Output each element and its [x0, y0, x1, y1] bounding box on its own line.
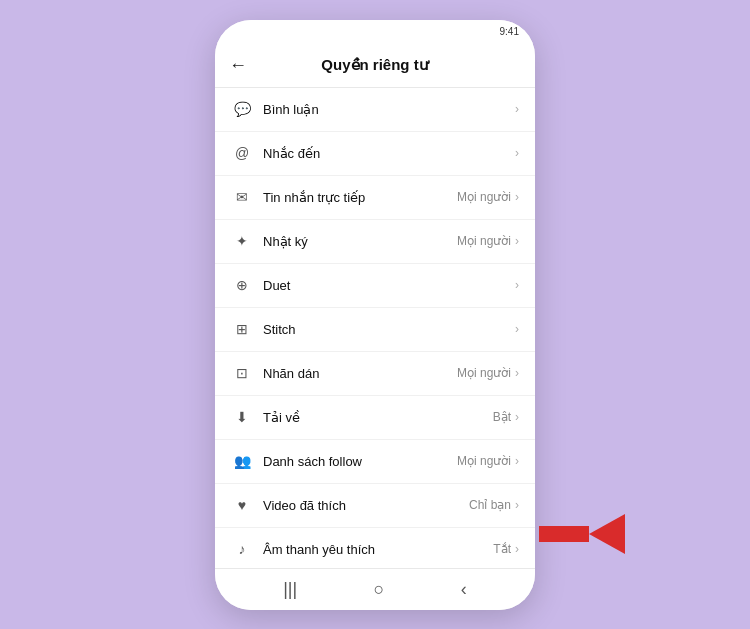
chevron-icon-nhan-dan: › [515, 366, 519, 380]
menu-label-nhan-dan: Nhãn dán [263, 366, 457, 381]
menu-item-duet[interactable]: ⊕Duet› [215, 264, 535, 308]
chevron-icon-video-da-thich: › [515, 498, 519, 512]
comment-icon: 💬 [231, 98, 253, 120]
chevron-icon-nhat-ky: › [515, 234, 519, 248]
menu-item-nhan-dan[interactable]: ⊡Nhãn dánMọi người› [215, 352, 535, 396]
menu-icon[interactable]: ||| [283, 579, 297, 600]
chevron-icon-binh-luan: › [515, 102, 519, 116]
menu-item-stitch[interactable]: ⊞Stitch› [215, 308, 535, 352]
heart-icon: ♥ [231, 494, 253, 516]
sticker-icon: ⊡ [231, 362, 253, 384]
status-bar: 9:41 [215, 20, 535, 44]
header: ← Quyền riêng tư [215, 44, 535, 88]
chevron-icon-duet: › [515, 278, 519, 292]
arrow-head [589, 514, 625, 554]
page-title: Quyền riêng tư [321, 56, 428, 74]
menu-value-tin-nhan: Mọi người [457, 190, 511, 204]
menu-label-stitch: Stitch [263, 322, 515, 337]
menu-item-video-da-thich[interactable]: ♥Video đã thíchChỉ bạn› [215, 484, 535, 528]
menu-label-tin-nhan: Tin nhắn trực tiếp [263, 190, 457, 205]
menu-label-am-thanh-yeu-thich: Âm thanh yêu thích [263, 542, 493, 557]
menu-value-video-da-thich: Chỉ bạn [469, 498, 511, 512]
menu-label-danh-sach-follow: Danh sách follow [263, 454, 457, 469]
phone: 9:41 ← Quyền riêng tư 💬Bình luận›@Nhắc đ… [215, 20, 535, 610]
diary-icon: ✦ [231, 230, 253, 252]
message-icon: ✉ [231, 186, 253, 208]
menu-value-nhan-dan: Mọi người [457, 366, 511, 380]
mention-icon: @ [231, 142, 253, 164]
red-arrow-container [539, 514, 625, 554]
download-icon: ⬇ [231, 406, 253, 428]
sound-icon: ♪ [231, 538, 253, 560]
menu-label-nhac-den: Nhắc đến [263, 146, 515, 161]
menu-label-video-da-thich: Video đã thích [263, 498, 469, 513]
back-nav-icon[interactable]: ‹ [461, 579, 467, 600]
menu-value-am-thanh-yeu-thich: Tắt [493, 542, 511, 556]
chevron-icon-stitch: › [515, 322, 519, 336]
menu-label-nhat-ky: Nhật ký [263, 234, 457, 249]
chevron-icon-tai-ve: › [515, 410, 519, 424]
menu-item-danh-sach-follow[interactable]: 👥Danh sách followMọi người› [215, 440, 535, 484]
menu-value-nhat-ky: Mọi người [457, 234, 511, 248]
phone-wrapper: 9:41 ← Quyền riêng tư 💬Bình luận›@Nhắc đ… [215, 20, 535, 610]
back-button[interactable]: ← [229, 55, 247, 76]
menu-item-tai-ve[interactable]: ⬇Tải vềBật› [215, 396, 535, 440]
stitch-icon: ⊞ [231, 318, 253, 340]
menu-item-nhac-den[interactable]: @Nhắc đến› [215, 132, 535, 176]
bottom-bar: ||| ○ ‹ [215, 568, 535, 610]
menu-label-binh-luan: Bình luận [263, 102, 515, 117]
chevron-icon-nhac-den: › [515, 146, 519, 160]
menu-item-binh-luan[interactable]: 💬Bình luận› [215, 88, 535, 132]
menu-list: 💬Bình luận›@Nhắc đến›✉Tin nhắn trực tiếp… [215, 88, 535, 568]
menu-item-nhat-ky[interactable]: ✦Nhật kýMọi người› [215, 220, 535, 264]
menu-item-tin-nhan[interactable]: ✉Tin nhắn trực tiếpMọi người› [215, 176, 535, 220]
menu-value-tai-ve: Bật [493, 410, 511, 424]
home-icon[interactable]: ○ [374, 579, 385, 600]
chevron-icon-danh-sach-follow: › [515, 454, 519, 468]
chevron-icon-am-thanh-yeu-thich: › [515, 542, 519, 556]
arrow-body [539, 526, 589, 542]
duet-icon: ⊕ [231, 274, 253, 296]
menu-label-tai-ve: Tải về [263, 410, 493, 425]
menu-value-danh-sach-follow: Mọi người [457, 454, 511, 468]
menu-label-duet: Duet [263, 278, 515, 293]
follow-icon: 👥 [231, 450, 253, 472]
menu-item-am-thanh-yeu-thich[interactable]: ♪Âm thanh yêu thíchTắt› [215, 528, 535, 568]
chevron-icon-tin-nhan: › [515, 190, 519, 204]
